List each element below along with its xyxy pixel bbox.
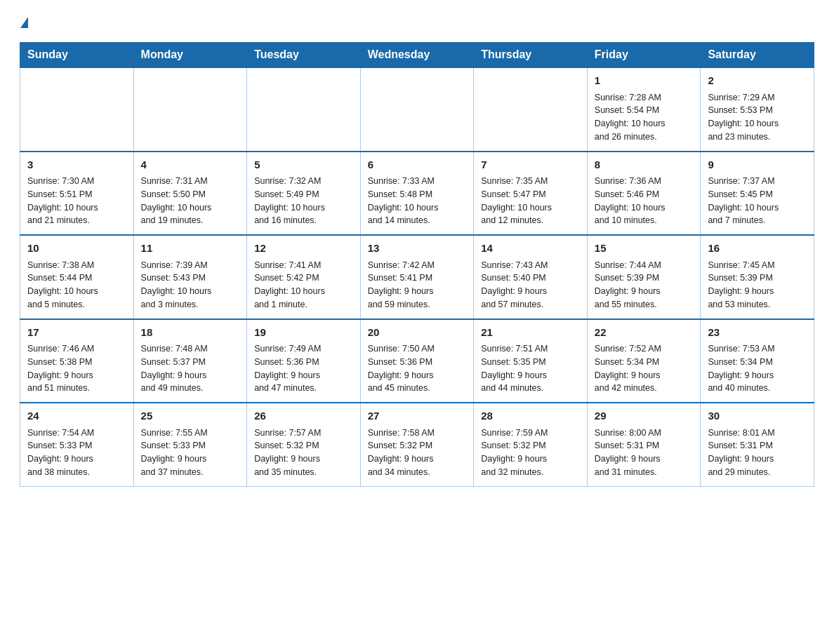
day-info: Sunrise: 7:59 AM Sunset: 5:32 PM Dayligh…	[481, 427, 580, 479]
calendar-cell: 24Sunrise: 7:54 AM Sunset: 5:33 PM Dayli…	[20, 403, 134, 486]
calendar-cell: 17Sunrise: 7:46 AM Sunset: 5:38 PM Dayli…	[20, 319, 134, 403]
day-number: 10	[27, 241, 126, 257]
day-info: Sunrise: 7:44 AM Sunset: 5:39 PM Dayligh…	[595, 259, 694, 311]
calendar-week-3: 10Sunrise: 7:38 AM Sunset: 5:44 PM Dayli…	[20, 235, 814, 319]
day-info: Sunrise: 7:30 AM Sunset: 5:51 PM Dayligh…	[27, 175, 126, 227]
day-number: 2	[708, 73, 807, 89]
day-number: 7	[481, 157, 580, 173]
day-number: 28	[481, 408, 580, 424]
day-number: 22	[595, 325, 694, 341]
calendar-header-row: SundayMondayTuesdayWednesdayThursdayFrid…	[20, 43, 814, 68]
calendar-cell: 20Sunrise: 7:50 AM Sunset: 5:36 PM Dayli…	[360, 319, 474, 403]
calendar-cell: 1Sunrise: 7:28 AM Sunset: 5:54 PM Daylig…	[587, 67, 701, 152]
day-number: 15	[595, 241, 694, 257]
day-info: Sunrise: 7:50 AM Sunset: 5:36 PM Dayligh…	[368, 342, 467, 395]
day-info: Sunrise: 7:55 AM Sunset: 5:33 PM Dayligh…	[141, 427, 240, 479]
calendar-cell: 10Sunrise: 7:38 AM Sunset: 5:44 PM Dayli…	[20, 235, 134, 319]
day-info: Sunrise: 7:49 AM Sunset: 5:36 PM Dayligh…	[254, 342, 353, 395]
day-number: 19	[254, 325, 353, 341]
day-number: 26	[254, 408, 353, 424]
day-info: Sunrise: 7:42 AM Sunset: 5:41 PM Dayligh…	[368, 259, 467, 311]
column-header-sunday: Sunday	[20, 43, 134, 68]
day-info: Sunrise: 7:32 AM Sunset: 5:49 PM Dayligh…	[254, 175, 353, 227]
day-number: 18	[141, 325, 240, 341]
day-info: Sunrise: 7:33 AM Sunset: 5:48 PM Dayligh…	[368, 175, 467, 227]
calendar-cell: 8Sunrise: 7:36 AM Sunset: 5:46 PM Daylig…	[587, 152, 701, 236]
calendar-week-4: 17Sunrise: 7:46 AM Sunset: 5:38 PM Dayli…	[20, 319, 814, 403]
day-number: 12	[254, 241, 353, 257]
calendar-cell: 29Sunrise: 8:00 AM Sunset: 5:31 PM Dayli…	[587, 403, 701, 486]
calendar-cell: 26Sunrise: 7:57 AM Sunset: 5:32 PM Dayli…	[247, 403, 361, 486]
calendar-week-5: 24Sunrise: 7:54 AM Sunset: 5:33 PM Dayli…	[20, 403, 814, 486]
day-number: 27	[368, 408, 467, 424]
calendar-cell: 19Sunrise: 7:49 AM Sunset: 5:36 PM Dayli…	[247, 319, 361, 403]
day-number: 30	[708, 408, 807, 424]
calendar-cell: 14Sunrise: 7:43 AM Sunset: 5:40 PM Dayli…	[474, 235, 588, 319]
column-header-thursday: Thursday	[474, 43, 588, 68]
day-number: 3	[27, 157, 126, 173]
calendar-cell: 25Sunrise: 7:55 AM Sunset: 5:33 PM Dayli…	[133, 403, 247, 486]
calendar-cell: 23Sunrise: 7:53 AM Sunset: 5:34 PM Dayli…	[701, 319, 814, 403]
day-number: 13	[368, 241, 467, 257]
calendar-cell: 16Sunrise: 7:45 AM Sunset: 5:39 PM Dayli…	[701, 235, 814, 319]
day-info: Sunrise: 7:58 AM Sunset: 5:32 PM Dayligh…	[368, 427, 467, 479]
calendar-cell	[133, 67, 247, 152]
day-info: Sunrise: 7:37 AM Sunset: 5:45 PM Dayligh…	[708, 175, 807, 227]
day-info: Sunrise: 8:01 AM Sunset: 5:31 PM Dayligh…	[708, 427, 807, 479]
calendar-cell: 28Sunrise: 7:59 AM Sunset: 5:32 PM Dayli…	[474, 403, 588, 486]
calendar-cell: 11Sunrise: 7:39 AM Sunset: 5:43 PM Dayli…	[133, 235, 247, 319]
calendar-week-1: 1Sunrise: 7:28 AM Sunset: 5:54 PM Daylig…	[20, 67, 814, 152]
calendar-cell: 27Sunrise: 7:58 AM Sunset: 5:32 PM Dayli…	[360, 403, 474, 486]
calendar-cell: 22Sunrise: 7:52 AM Sunset: 5:34 PM Dayli…	[587, 319, 701, 403]
day-info: Sunrise: 7:51 AM Sunset: 5:35 PM Dayligh…	[481, 342, 580, 395]
calendar-week-2: 3Sunrise: 7:30 AM Sunset: 5:51 PM Daylig…	[20, 152, 814, 236]
day-info: Sunrise: 7:41 AM Sunset: 5:42 PM Dayligh…	[254, 259, 353, 311]
day-number: 4	[141, 157, 240, 173]
calendar-cell: 15Sunrise: 7:44 AM Sunset: 5:39 PM Dayli…	[587, 235, 701, 319]
day-info: Sunrise: 7:28 AM Sunset: 5:54 PM Dayligh…	[595, 91, 694, 144]
calendar-cell: 12Sunrise: 7:41 AM Sunset: 5:42 PM Dayli…	[247, 235, 361, 319]
day-number: 1	[595, 73, 694, 89]
day-number: 25	[141, 408, 240, 424]
calendar-cell	[20, 67, 134, 152]
calendar-cell: 9Sunrise: 7:37 AM Sunset: 5:45 PM Daylig…	[701, 152, 814, 236]
calendar-cell: 4Sunrise: 7:31 AM Sunset: 5:50 PM Daylig…	[133, 152, 247, 236]
column-header-wednesday: Wednesday	[360, 43, 474, 68]
day-number: 14	[481, 241, 580, 257]
day-info: Sunrise: 7:29 AM Sunset: 5:53 PM Dayligh…	[708, 91, 807, 144]
day-number: 21	[481, 325, 580, 341]
day-number: 8	[595, 157, 694, 173]
header	[20, 17, 814, 29]
day-info: Sunrise: 7:39 AM Sunset: 5:43 PM Dayligh…	[141, 259, 240, 311]
day-info: Sunrise: 7:36 AM Sunset: 5:46 PM Dayligh…	[595, 175, 694, 227]
calendar-cell	[474, 67, 588, 152]
day-number: 11	[141, 241, 240, 257]
calendar-cell	[247, 67, 361, 152]
day-info: Sunrise: 7:38 AM Sunset: 5:44 PM Dayligh…	[27, 259, 126, 311]
calendar-cell: 7Sunrise: 7:35 AM Sunset: 5:47 PM Daylig…	[474, 152, 588, 236]
day-number: 16	[708, 241, 807, 257]
calendar-table: SundayMondayTuesdayWednesdayThursdayFrid…	[20, 42, 814, 487]
calendar-cell: 13Sunrise: 7:42 AM Sunset: 5:41 PM Dayli…	[360, 235, 474, 319]
day-info: Sunrise: 7:35 AM Sunset: 5:47 PM Dayligh…	[481, 175, 580, 227]
day-number: 20	[368, 325, 467, 341]
day-info: Sunrise: 7:52 AM Sunset: 5:34 PM Dayligh…	[595, 342, 694, 395]
day-info: Sunrise: 7:31 AM Sunset: 5:50 PM Dayligh…	[141, 175, 240, 227]
day-info: Sunrise: 7:54 AM Sunset: 5:33 PM Dayligh…	[27, 427, 126, 479]
logo-triangle-icon	[20, 17, 28, 28]
column-header-tuesday: Tuesday	[247, 43, 361, 68]
day-info: Sunrise: 7:53 AM Sunset: 5:34 PM Dayligh…	[708, 342, 807, 395]
day-info: Sunrise: 7:45 AM Sunset: 5:39 PM Dayligh…	[708, 259, 807, 311]
calendar-cell	[360, 67, 474, 152]
calendar-cell: 3Sunrise: 7:30 AM Sunset: 5:51 PM Daylig…	[20, 152, 134, 236]
day-number: 17	[27, 325, 126, 341]
day-number: 23	[708, 325, 807, 341]
day-info: Sunrise: 7:43 AM Sunset: 5:40 PM Dayligh…	[481, 259, 580, 311]
day-number: 6	[368, 157, 467, 173]
day-number: 9	[708, 157, 807, 173]
logo	[20, 17, 28, 29]
column-header-friday: Friday	[587, 43, 701, 68]
calendar-cell: 2Sunrise: 7:29 AM Sunset: 5:53 PM Daylig…	[701, 67, 814, 152]
column-header-saturday: Saturday	[701, 43, 814, 68]
calendar-cell: 5Sunrise: 7:32 AM Sunset: 5:49 PM Daylig…	[247, 152, 361, 236]
